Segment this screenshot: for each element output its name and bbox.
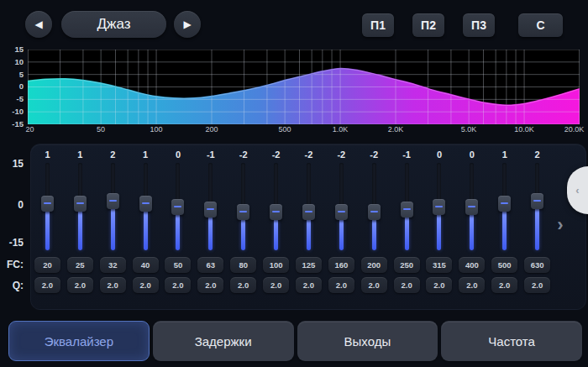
band-fc-button[interactable]: 25 (67, 257, 93, 273)
slider-thumb[interactable] (237, 204, 249, 220)
slider-thumb[interactable] (401, 202, 413, 218)
band-gain-slider[interactable] (529, 163, 546, 250)
band-gain-value: -2 (337, 146, 345, 163)
preset-memory-button-3[interactable]: П3 (463, 13, 495, 37)
band-q-button[interactable]: 2.0 (361, 277, 387, 293)
band-gain-slider[interactable] (398, 163, 415, 250)
fc-row-label: FC: (0, 259, 24, 270)
band-gain-slider[interactable] (71, 163, 88, 250)
band-gain-value: 0 (437, 146, 442, 163)
band-gain-slider[interactable] (333, 163, 349, 250)
band-q-button[interactable]: 2.0 (34, 277, 60, 293)
slider-thumb[interactable] (270, 204, 282, 220)
bands-grid: 1202.01252.02322.01402.00502.0-1632.0-28… (31, 146, 554, 296)
next-preset-button[interactable]: ▶ (174, 11, 201, 38)
band-fc-button[interactable]: 80 (230, 257, 256, 273)
eq-band-63: -1632.0 (194, 146, 227, 296)
band-gain-value: -1 (402, 146, 411, 163)
slider-fill (208, 216, 213, 251)
tab-frequency[interactable]: Частота (441, 321, 582, 361)
eq-band-100: -21002.0 (260, 146, 292, 296)
slider-thumb[interactable] (465, 199, 478, 215)
x-tick-label: 2.0K (388, 125, 404, 134)
band-fc-button[interactable]: 250 (394, 257, 420, 273)
tab-delays[interactable]: Задержки (153, 321, 294, 361)
band-gain-slider[interactable] (137, 163, 154, 250)
y-tick-label: -15 (2, 118, 24, 130)
chevron-right-icon: › (557, 214, 563, 235)
band-gain-slider[interactable] (300, 163, 317, 250)
preset-memory-button-2[interactable]: П2 (412, 13, 444, 37)
band-q-button[interactable]: 2.0 (426, 277, 452, 293)
slider-thumb[interactable] (368, 204, 381, 220)
band-fc-button[interactable]: 50 (165, 257, 191, 273)
band-fc-button[interactable]: 32 (100, 257, 126, 273)
preset-name-display[interactable]: Джаз (61, 11, 166, 38)
band-gain-slider[interactable] (170, 163, 186, 250)
slider-thumb[interactable] (498, 196, 511, 212)
eq-band-400: 04002.0 (455, 146, 488, 296)
tab-outputs[interactable]: Выходы (297, 321, 438, 361)
band-q-button[interactable]: 2.0 (230, 277, 256, 293)
y-tick-label: 15 (2, 44, 24, 55)
band-gain-slider[interactable] (365, 163, 382, 250)
band-gain-slider[interactable] (431, 163, 448, 250)
band-q-button[interactable]: 2.0 (524, 277, 550, 293)
band-gain-slider[interactable] (268, 163, 285, 250)
slider-fill (176, 212, 180, 250)
band-fc-button[interactable]: 63 (197, 257, 223, 273)
band-gain-slider[interactable] (202, 163, 219, 250)
slider-thumb[interactable] (335, 204, 348, 220)
band-fc-button[interactable]: 315 (426, 257, 452, 273)
band-fc-button[interactable]: 200 (361, 257, 387, 273)
slider-thumb[interactable] (74, 196, 87, 212)
x-tick-label: 20 (25, 125, 34, 134)
band-fc-button[interactable]: 100 (263, 257, 289, 273)
band-gain-slider[interactable] (464, 163, 480, 250)
previous-arrow-icon: ◀ (34, 18, 42, 30)
band-q-button[interactable]: 2.0 (197, 277, 223, 293)
band-q-button[interactable]: 2.0 (100, 277, 126, 293)
eq-band-80: -2802.0 (227, 146, 260, 296)
band-q-button[interactable]: 2.0 (394, 277, 420, 293)
band-q-button[interactable]: 2.0 (296, 277, 322, 293)
band-q-button[interactable]: 2.0 (328, 277, 354, 293)
band-q-button[interactable]: 2.0 (263, 277, 289, 293)
band-q-button[interactable]: 2.0 (133, 277, 159, 293)
band-fc-button[interactable]: 400 (459, 257, 485, 273)
slider-thumb[interactable] (433, 199, 445, 215)
y-tick-label: -5 (2, 93, 24, 105)
more-bands-button[interactable]: › (552, 213, 569, 237)
band-gain-slider[interactable] (39, 163, 55, 250)
next-arrow-icon: ▶ (183, 18, 191, 30)
slider-fill (144, 210, 148, 251)
slider-thumb[interactable] (107, 193, 119, 209)
slider-thumb[interactable] (204, 202, 217, 218)
slider-thumb[interactable] (171, 199, 184, 215)
band-fc-button[interactable]: 160 (328, 257, 354, 273)
band-gain-slider[interactable] (235, 163, 252, 250)
band-fc-button[interactable]: 125 (296, 257, 322, 273)
slider-thumb[interactable] (41, 196, 54, 212)
band-gain-value: 1 (502, 146, 507, 163)
band-fc-button[interactable]: 20 (34, 257, 60, 273)
slider-thumb[interactable] (139, 196, 152, 212)
slider-thumb[interactable] (531, 193, 543, 209)
reset-button[interactable]: C (518, 13, 563, 37)
slider-fill (502, 210, 507, 251)
band-q-button[interactable]: 2.0 (491, 277, 517, 293)
slider-thumb[interactable] (302, 204, 315, 220)
preset-memory-button-1[interactable]: П1 (362, 13, 394, 37)
band-fc-button[interactable]: 40 (133, 257, 159, 273)
band-q-button[interactable]: 2.0 (459, 277, 485, 293)
band-fc-button[interactable]: 500 (491, 257, 517, 273)
frequency-response-graph (28, 50, 580, 124)
band-q-button[interactable]: 2.0 (67, 277, 93, 293)
band-gain-slider[interactable] (496, 163, 513, 250)
band-q-button[interactable]: 2.0 (165, 277, 191, 293)
band-fc-button[interactable]: 630 (524, 257, 550, 273)
previous-preset-button[interactable]: ◀ (25, 11, 52, 38)
tab-equalizer[interactable]: Эквалайзер (8, 321, 150, 361)
band-gain-slider[interactable] (104, 163, 121, 250)
y-tick-label: 0 (2, 81, 24, 92)
